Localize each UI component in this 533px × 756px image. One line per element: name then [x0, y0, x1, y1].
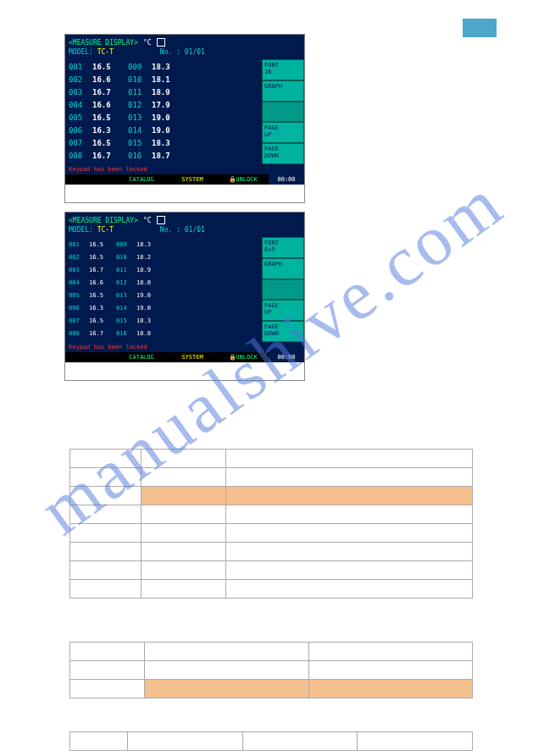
- side-button[interactable]: [262, 102, 304, 123]
- table-cell: [308, 643, 473, 661]
- side-button[interactable]: FONT 16: [262, 59, 304, 80]
- table-2: [69, 642, 473, 698]
- table-cell: [70, 680, 145, 698]
- unit-label: °C: [143, 217, 152, 224]
- table-cell: [142, 580, 226, 599]
- table-cell: [308, 661, 473, 680]
- table-cell: [142, 487, 226, 505]
- table-cell: [70, 661, 145, 680]
- catalog-button[interactable]: CATALOG: [116, 352, 167, 362]
- side-button[interactable]: PAGE DOWN: [262, 143, 304, 164]
- table-cell: [142, 524, 226, 543]
- table-cell: [70, 543, 142, 561]
- model-value: TC-T: [97, 48, 114, 56]
- table-cell: [70, 487, 142, 505]
- table-cell: [226, 468, 473, 487]
- table-cell: [70, 450, 142, 468]
- table-cell: [142, 561, 226, 580]
- save-icon: [157, 216, 165, 224]
- table-cell: [70, 505, 142, 524]
- table-cell: [142, 543, 226, 561]
- table-cell: [308, 680, 473, 698]
- unlock-button[interactable]: 🔒UNLOCK: [218, 174, 269, 185]
- table-cell: [70, 643, 145, 661]
- model-label: MODEL:: [69, 48, 93, 56]
- screen-title: <MEASURE DISPLAY>: [69, 39, 138, 47]
- table-cell: [242, 732, 358, 751]
- table-cell: [226, 561, 473, 580]
- data-grid: 00116.500918.300216.501018.200316.701118…: [65, 237, 262, 342]
- unit-label: °C: [143, 39, 152, 47]
- save-icon: [157, 38, 165, 47]
- table-cell: [70, 732, 128, 751]
- table-cell: [226, 487, 473, 505]
- table-cell: [142, 505, 226, 524]
- clock: 00:00: [269, 352, 304, 362]
- side-button[interactable]: GRAPH: [262, 80, 304, 102]
- table-1: [69, 449, 473, 599]
- table-cell: [142, 450, 226, 468]
- page-tab: [463, 19, 497, 37]
- status-bar: CATALOG SYSTEM 🔒UNLOCK 00:00: [65, 174, 304, 185]
- table-cell: [226, 505, 473, 524]
- screen-title: <MEASURE DISPLAY>: [69, 217, 138, 224]
- table-cell: [70, 524, 142, 543]
- catalog-button[interactable]: CATALOG: [116, 174, 167, 185]
- table-cell: [145, 661, 309, 680]
- table-cell: [226, 450, 473, 468]
- device-screenshot-1: <MEASURE DISPLAY> °C MODEL: TC-T No. : 0…: [64, 34, 305, 203]
- side-button[interactable]: FONT 6x9: [262, 237, 304, 258]
- table-cell: [226, 580, 473, 599]
- status-bar: CATALOG SYSTEM 🔒UNLOCK 00:00: [65, 352, 304, 362]
- data-grid: 00116.500918.300216.601018.100316.701118…: [65, 59, 262, 164]
- device-screenshot-2: <MEASURE DISPLAY> °C MODEL: TC-T No. : 0…: [64, 212, 305, 381]
- table-cell: [128, 732, 243, 751]
- clock: 00:00: [269, 174, 304, 185]
- system-button[interactable]: SYSTEM: [167, 174, 218, 185]
- unlock-button[interactable]: 🔒UNLOCK: [218, 352, 269, 362]
- side-button[interactable]: PAGE UP: [262, 122, 304, 143]
- side-buttons: FONT 6x9GRAPHPAGE UPPAGE DOWN: [262, 237, 304, 342]
- table-cell: [145, 680, 309, 698]
- table-cell: [70, 468, 142, 487]
- table-cell: [358, 732, 473, 751]
- status-message: Keypad has been locked: [65, 164, 304, 174]
- side-button[interactable]: [262, 279, 304, 301]
- side-buttons: FONT 16GRAPHPAGE UPPAGE DOWN: [262, 59, 304, 164]
- no-label: No. : 01/01: [160, 226, 205, 234]
- side-button[interactable]: PAGE DOWN: [262, 321, 304, 342]
- table-cell: [142, 468, 226, 487]
- model-value: TC-T: [97, 226, 114, 234]
- table-cell: [70, 580, 142, 599]
- table-cell: [226, 543, 473, 561]
- table-cell: [226, 524, 473, 543]
- status-message: Keypad has been locked: [65, 342, 304, 352]
- table-3: [69, 731, 473, 751]
- system-button[interactable]: SYSTEM: [167, 352, 218, 362]
- side-button[interactable]: PAGE UP: [262, 300, 304, 321]
- model-label: MODEL:: [69, 226, 93, 234]
- table-cell: [70, 561, 142, 580]
- no-label: No. : 01/01: [160, 48, 205, 56]
- side-button[interactable]: GRAPH: [262, 258, 304, 279]
- table-cell: [145, 643, 309, 661]
